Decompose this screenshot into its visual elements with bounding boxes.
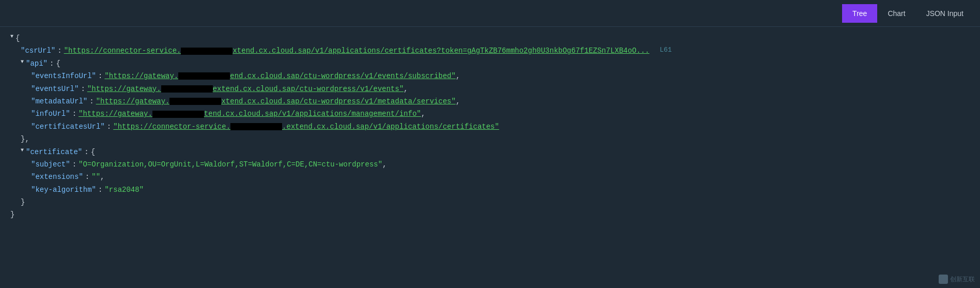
events-info-redacted — [178, 72, 230, 80]
info-url-key: "infoUrl" — [31, 108, 70, 119]
events-url-value[interactable]: "https://gateway.extend.cx.cloud.sap/ctu… — [87, 83, 404, 95]
collapse-certificate-arrow[interactable]: ▼ — [21, 146, 24, 155]
info-url-line: "infoUrl": "https://gateway.tend.cx.clou… — [0, 108, 980, 120]
api-key: "api" — [26, 58, 48, 69]
certificates-url-key: "certificatesUrl" — [31, 121, 105, 132]
collapse-api-arrow[interactable]: ▼ — [21, 58, 24, 66]
certificate-open-brace: { — [91, 146, 95, 158]
toolbar: Tree Chart JSON Input — [0, 0, 980, 27]
tab-tree[interactable]: Tree — [842, 4, 877, 23]
csr-url-value[interactable]: "https://connector-service.xtend.cx.clou… — [64, 45, 649, 56]
root-close-line: } — [0, 208, 980, 221]
root-open-line: ▼ { — [0, 32, 980, 44]
csr-url-line: "csrUrl": "https://connector-service.xte… — [0, 44, 980, 57]
json-content[interactable]: ▼ { "csrUrl": "https://connector-service… — [0, 27, 980, 288]
events-url-redacted — [161, 85, 213, 93]
extensions-key: "extensions" — [31, 171, 83, 183]
watermark: ✕ 创新互联 — [939, 275, 975, 284]
metadata-url-value[interactable]: "https://gateway.xtend.cx.cloud.sap/ctu-… — [96, 96, 456, 107]
api-open-brace: { — [56, 58, 60, 69]
certificates-url-value[interactable]: "https://connector-service..extend.cx.cl… — [113, 121, 499, 132]
watermark-icon: ✕ — [939, 275, 948, 284]
certificate-close-line: } — [0, 196, 980, 208]
key-algorithm-key: "key-algorithm" — [31, 184, 96, 195]
key-algorithm-line: "key-algorithm": "rsa2048" — [0, 184, 980, 196]
info-url-redacted — [152, 111, 204, 118]
tab-json-input[interactable]: JSON Input — [916, 4, 974, 23]
certificates-url-redacted — [230, 123, 282, 130]
subject-line: "subject": "O=Organization,OU=OrgUnit,L=… — [0, 158, 980, 171]
api-close-line: }, — [0, 133, 980, 145]
metadata-url-key: "metadataUrl" — [31, 96, 87, 107]
info-url-value[interactable]: "https://gateway.tend.cx.cloud.sap/v1/ap… — [79, 108, 421, 119]
events-info-url-value[interactable]: "https://gateway.end.cx.cloud.sap/ctu-wo… — [104, 70, 456, 82]
root-open-brace: { — [15, 33, 20, 44]
certificate-section-line: ▼ "certificate": { — [0, 146, 980, 158]
events-url-key: "eventsUrl" — [31, 83, 79, 95]
watermark-text: 创新互联 — [950, 275, 975, 284]
certificate-close-brace: } — [21, 196, 25, 208]
certificates-url-line: "certificatesUrl": "https://connector-se… — [0, 120, 980, 133]
key-algorithm-value: "rsa2048" — [104, 184, 144, 195]
csr-url-line-label: L61 — [660, 45, 672, 56]
subject-key: "subject" — [31, 159, 70, 170]
metadata-url-line: "metadataUrl": "https://gateway.xtend.cx… — [0, 95, 980, 108]
csr-url-redacted — [181, 48, 232, 55]
events-info-url-line: "eventsInfoUrl": "https://gateway.end.cx… — [0, 70, 980, 82]
extensions-value: "" — [91, 171, 100, 183]
extensions-line: "extensions": "", — [0, 171, 980, 183]
tab-chart[interactable]: Chart — [877, 4, 915, 23]
app: Tree Chart JSON Input ▼ { "csrUrl": "htt… — [0, 0, 980, 288]
csr-url-key: "csrUrl" — [21, 45, 55, 56]
subject-value: "O=Organization,OU=OrgUnit,L=Waldorf,ST=… — [79, 159, 382, 170]
events-url-line: "eventsUrl": "https://gateway.extend.cx.… — [0, 83, 980, 95]
events-info-url-key: "eventsInfoUrl" — [31, 70, 96, 82]
certificate-key: "certificate" — [26, 146, 82, 158]
collapse-root-arrow[interactable]: ▼ — [10, 33, 13, 41]
root-close-brace: } — [10, 209, 14, 220]
api-close-brace: }, — [21, 133, 29, 145]
metadata-url-redacted — [169, 98, 221, 105]
api-section-line: ▼ "api": { — [0, 57, 980, 70]
